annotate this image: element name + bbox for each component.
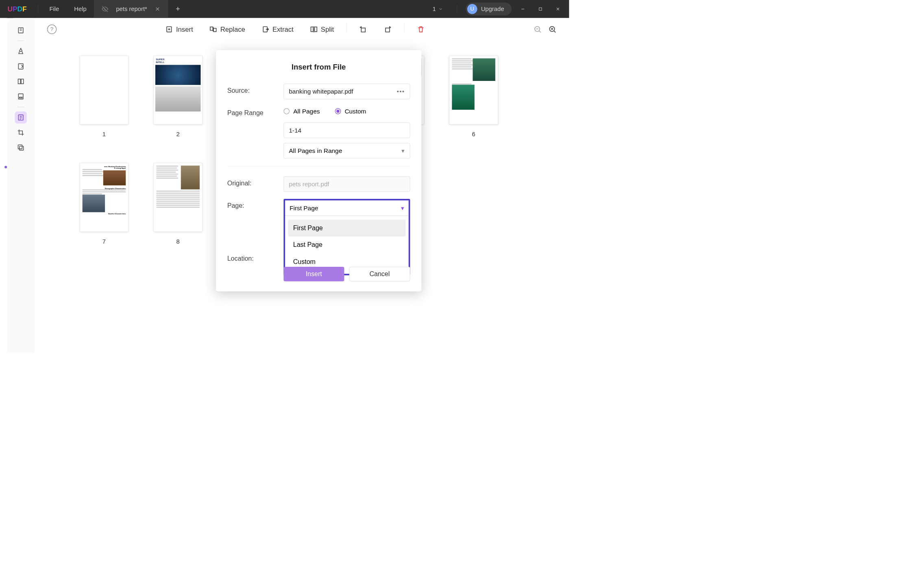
svg-rect-11 [210, 27, 213, 30]
trash-icon [417, 25, 425, 33]
sidebar-tool-highlight[interactable] [15, 45, 27, 57]
zoom-in-icon[interactable] [548, 25, 557, 34]
page-indicator-dropdown[interactable]: 1 [427, 6, 448, 13]
svg-rect-17 [386, 28, 390, 32]
source-input[interactable]: banking whitepapar.pdf ••• [283, 84, 410, 99]
separator [38, 5, 38, 13]
insert-from-file-dialog: Insert from File Source: banking whitepa… [216, 50, 421, 291]
delete-tool[interactable] [413, 23, 429, 36]
avatar: U [467, 4, 477, 14]
insert-tool[interactable]: Insert [161, 23, 197, 36]
source-label: Source: [227, 84, 284, 94]
insert-button[interactable]: Insert [283, 267, 344, 281]
dropdown-option-first[interactable]: First Page [288, 220, 405, 236]
original-input: pets report.pdf [283, 176, 410, 192]
sidebar-active-indicator [4, 166, 7, 168]
separator [457, 5, 457, 13]
original-label: Original: [227, 176, 284, 187]
zoom-out-icon[interactable] [533, 25, 542, 34]
svg-rect-6 [20, 97, 22, 98]
svg-rect-16 [361, 28, 365, 32]
rotate-left-icon [359, 25, 367, 33]
split-tool[interactable]: Split [306, 23, 338, 36]
sidebar-tool-organize[interactable] [15, 111, 27, 124]
cancel-button[interactable]: Cancel [349, 267, 410, 281]
page-range-input[interactable]: 1-14 [283, 122, 410, 138]
svg-rect-4 [21, 79, 24, 83]
sidebar-tool-pageview[interactable] [15, 75, 27, 87]
titlebar: UPDF File Help pets report* + 1 U Upgrad… [0, 0, 569, 18]
page-dropdown-highlighted: First Page ▾ First Page Last Page Custom [283, 199, 410, 275]
sidebar-tool-reader[interactable] [15, 24, 27, 37]
page-thumb[interactable]: rove Working Productivityin Using AppsDe… [80, 163, 129, 245]
page-thumb[interactable]: SUPERINTELL2 [154, 56, 203, 138]
replace-icon [209, 25, 218, 33]
rotate-right-icon [384, 25, 392, 33]
svg-rect-12 [214, 28, 216, 32]
minimize-button[interactable] [516, 3, 529, 15]
page-label: Page: [227, 199, 284, 209]
chevron-down-icon [438, 7, 443, 11]
document-tab[interactable]: pets report* [94, 0, 168, 18]
browse-button[interactable]: ••• [397, 88, 405, 95]
radio-custom[interactable]: Custom [335, 108, 366, 115]
extract-tool[interactable]: Extract [258, 23, 297, 36]
sidebar [7, 18, 35, 353]
svg-rect-8 [20, 146, 24, 150]
toolbar: ? Insert Replace Extract Split [35, 18, 569, 40]
page-thumb[interactable]: 6 [449, 56, 498, 138]
svg-rect-3 [18, 79, 21, 83]
svg-rect-14 [311, 27, 313, 31]
replace-tool[interactable]: Replace [205, 23, 249, 36]
insert-icon [165, 25, 173, 33]
upgrade-button[interactable]: U Upgrade [466, 2, 512, 15]
page-range-label: Page Range [227, 106, 284, 117]
page-thumb[interactable]: 1 [80, 56, 129, 138]
sidebar-tool-crop[interactable] [15, 126, 27, 139]
close-icon[interactable] [155, 6, 161, 12]
tab-title: pets report* [116, 6, 147, 13]
svg-rect-9 [18, 145, 22, 149]
sidebar-tool-form[interactable] [15, 90, 27, 102]
svg-rect-0 [539, 8, 541, 10]
hidden-eye-icon [102, 6, 109, 13]
dropdown-option-last[interactable]: Last Page [288, 237, 405, 253]
extract-icon [262, 25, 270, 33]
radio-all-pages[interactable]: All Pages [283, 108, 320, 115]
sidebar-tool-edit[interactable] [15, 60, 27, 72]
page-range-select[interactable]: All Pages in Range ▾ [283, 143, 410, 159]
help-menu[interactable]: Help [67, 6, 94, 13]
svg-rect-15 [314, 27, 317, 31]
close-button[interactable] [551, 3, 564, 15]
chevron-down-icon: ▾ [401, 205, 404, 212]
page-dropdown-list: First Page Last Page Custom [285, 216, 409, 274]
split-icon [310, 25, 318, 33]
page-select[interactable]: First Page ▾ [285, 200, 409, 216]
sidebar-tool-copy[interactable] [15, 142, 27, 154]
new-tab-button[interactable]: + [176, 5, 180, 13]
location-label: Location: [227, 251, 284, 262]
chevron-down-icon: ▾ [401, 147, 405, 155]
file-menu[interactable]: File [42, 6, 67, 13]
help-button[interactable]: ? [47, 24, 57, 34]
rotate-left-tool[interactable] [355, 23, 371, 36]
dialog-title: Insert from File [227, 63, 410, 71]
app-logo: UPDF [0, 5, 34, 13]
page-thumb[interactable]: 8 [154, 163, 203, 245]
maximize-button[interactable] [534, 3, 547, 15]
rotate-right-tool[interactable] [380, 23, 395, 36]
